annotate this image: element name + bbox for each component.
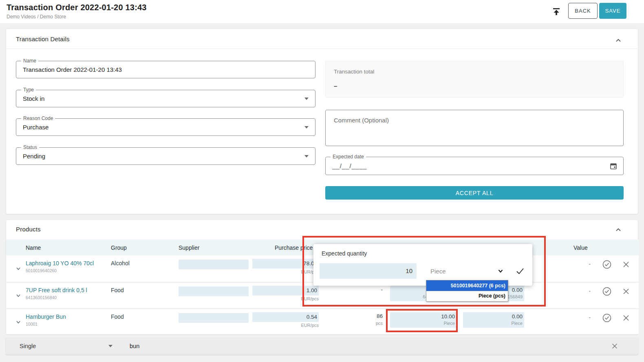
expected-quantity-unit: Piece xyxy=(443,321,455,326)
close-icon[interactable] xyxy=(622,261,630,268)
reason-code-value: Purchase xyxy=(23,119,299,135)
column-header-supplier: Supplier xyxy=(179,240,199,255)
row-value: - xyxy=(569,261,591,267)
status-select[interactable]: Status Pending xyxy=(16,147,315,165)
stock-unit: pcs xyxy=(348,321,383,326)
table-row: Hamburger Bun 10001 Food 0.54 EUR/pcs 86… xyxy=(6,309,639,334)
product-name[interactable]: Hamburger Bun xyxy=(26,313,66,320)
product-code: 6413600156840 xyxy=(26,295,57,300)
stock-value: - xyxy=(348,286,383,293)
section-title-products: Products xyxy=(16,226,41,233)
received-quantity-cell[interactable]: 0.00 Piece xyxy=(463,312,524,328)
top-bar: Transaction Order 2022-01-20 13:43 Demo … xyxy=(0,0,644,23)
breadcrumb: Demo Videos / Demo Store xyxy=(7,14,66,20)
section-title-transaction-details: Transaction Details xyxy=(16,36,70,42)
column-header-name: Name xyxy=(26,240,41,255)
calendar-icon[interactable] xyxy=(609,162,618,170)
transaction-details-card: Transaction Details Name Transaction Ord… xyxy=(6,29,638,214)
search-input[interactable]: bun xyxy=(130,338,211,355)
product-group: Food xyxy=(111,287,124,293)
expected-date-field[interactable]: Expected date __/__/____ xyxy=(325,157,624,175)
product-name[interactable]: Laphroaig 10 YO 40% 70cl xyxy=(26,260,94,267)
dropdown-option-selected[interactable]: 5010019640277 (6 pcs) xyxy=(426,280,508,291)
received-quantity-value: 0.00 xyxy=(512,313,523,320)
back-button[interactable]: BACK xyxy=(568,3,598,19)
chevron-down-icon[interactable] xyxy=(15,292,22,299)
received-quantity-value: 0.00 xyxy=(512,287,523,293)
chevron-down-icon[interactable] xyxy=(15,265,22,272)
close-icon[interactable] xyxy=(622,288,630,295)
chevron-down-icon xyxy=(497,268,504,274)
column-header-purchase-price: Purchase price xyxy=(275,240,313,255)
transaction-total-label: Transaction total xyxy=(334,69,374,75)
dropdown-arrow-icon xyxy=(108,345,112,347)
product-search-bar: Single bun xyxy=(6,338,638,355)
page-title: Transaction Order 2022-01-20 13:43 xyxy=(7,3,147,12)
close-icon[interactable] xyxy=(611,343,618,349)
product-code: 5010019640260 xyxy=(26,268,57,273)
expected-quantity-cell[interactable]: 10.00 Piece xyxy=(390,312,457,328)
product-group: Food xyxy=(111,313,124,320)
dropdown-arrow-icon xyxy=(304,126,309,129)
received-quantity-unit: Piece xyxy=(511,321,523,326)
purchase-price-unit: EUR/pcs xyxy=(252,269,319,274)
row-value: - xyxy=(569,314,591,320)
type-select[interactable]: Type Stock in xyxy=(16,90,315,107)
collapse-details-chevron-up-icon[interactable] xyxy=(614,36,622,44)
table-row: 7UP Free soft drink 0,5 l 6413600156840 … xyxy=(6,282,639,309)
accept-all-button[interactable]: ACCEPT ALL xyxy=(325,186,624,200)
name-field-value: Transaction Order 2022-01-20 13:43 xyxy=(23,61,299,78)
purchase-price-input[interactable]: 0.54 xyxy=(252,312,319,322)
transaction-total-value: – xyxy=(334,82,337,89)
expected-quantity-popup-label: Expected quantity xyxy=(322,250,367,257)
supplier-input[interactable] xyxy=(179,313,249,323)
product-code: 10001 xyxy=(26,322,37,326)
save-button[interactable]: SAVE xyxy=(599,3,626,19)
dropdown-option[interactable]: Piece (pcs) xyxy=(426,291,508,301)
unit-select[interactable]: Piece xyxy=(427,263,507,279)
transaction-total-box: Transaction total – xyxy=(325,61,624,98)
quantity-input[interactable]: 10 xyxy=(320,263,417,279)
name-field[interactable]: Name Transaction Order 2022-01-20 13:43 xyxy=(16,61,315,78)
confirm-check-icon[interactable] xyxy=(516,267,525,275)
app-root: Transaction Order 2022-01-20 13:43 Demo … xyxy=(0,0,644,362)
expected-date-value: __/__/____ xyxy=(332,157,607,175)
product-group: Alcohol xyxy=(111,260,130,267)
divider xyxy=(6,49,638,49)
dropdown-arrow-icon xyxy=(304,155,309,158)
comment-textarea[interactable]: Comment (Optional) xyxy=(325,110,624,146)
row-value: - xyxy=(569,288,591,294)
expected-quantity-value: 10.00 xyxy=(441,313,455,320)
status-select-value: Pending xyxy=(23,148,299,164)
unit-select-value: Piece xyxy=(430,263,446,279)
dropdown-arrow-icon xyxy=(304,98,309,100)
expected-quantity-popup: Expected quantity 10 Piece xyxy=(313,244,532,286)
stock-value: 86 xyxy=(348,313,383,319)
purchase-price-unit: EUR/pcs xyxy=(252,296,319,301)
check-circle-icon[interactable] xyxy=(602,313,612,323)
search-mode-select[interactable]: Single xyxy=(20,338,36,355)
comment-placeholder: Comment (Optional) xyxy=(334,117,389,124)
reason-code-select[interactable]: Reason Code Purchase xyxy=(16,118,315,136)
product-name[interactable]: 7UP Free soft drink 0,5 l xyxy=(26,287,87,293)
purchase-price-input[interactable]: 78.00 xyxy=(252,259,319,269)
unit-select-dropdown: 5010019640277 (6 pcs) Piece (pcs) xyxy=(426,280,508,302)
purchase-price-input[interactable]: 1.00 xyxy=(252,286,319,295)
close-icon[interactable] xyxy=(622,314,630,322)
check-circle-icon[interactable] xyxy=(602,260,612,269)
type-select-value: Stock in xyxy=(23,90,299,107)
column-header-group: Group xyxy=(111,240,127,255)
collapse-products-chevron-up-icon[interactable] xyxy=(614,226,622,234)
column-header-value: Value xyxy=(573,240,588,255)
supplier-input[interactable] xyxy=(179,260,249,269)
purchase-price-unit: EUR/pcs xyxy=(252,323,319,328)
check-circle-icon[interactable] xyxy=(602,286,612,296)
publish-icon[interactable] xyxy=(551,6,562,17)
supplier-input[interactable] xyxy=(179,286,249,296)
chevron-down-icon[interactable] xyxy=(15,319,22,325)
